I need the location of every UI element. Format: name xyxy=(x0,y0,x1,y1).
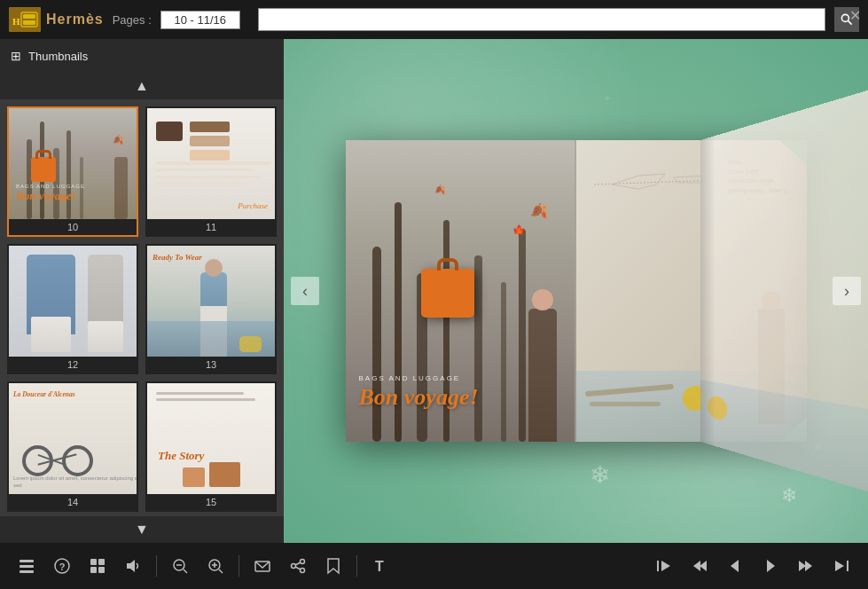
thumb-img-10: 🍂 BAGS AND LUGGAGE Bon voyage! xyxy=(9,108,137,219)
text-button[interactable]: T xyxy=(364,550,396,582)
thumb-num-15: 15 xyxy=(206,494,216,510)
svg-marker-34 xyxy=(661,561,670,571)
thumbnail-14[interactable]: La Douceur d'Alcenas Lorem ipsum dolor s… xyxy=(7,381,138,512)
svg-line-30 xyxy=(296,567,301,569)
sidebar: ⊞ Thumbnails ✕ ▲ xyxy=(0,39,284,543)
svg-point-27 xyxy=(292,564,296,569)
toolbar-left: ? T xyxy=(11,550,396,582)
thumbnail-13[interactable]: Ready To Wear 13 xyxy=(145,244,277,374)
zoom-in-button[interactable] xyxy=(199,550,231,582)
separator-3 xyxy=(356,555,357,577)
thumbnail-11[interactable]: Purchase 11 xyxy=(145,106,277,237)
svg-rect-9 xyxy=(20,565,34,568)
svg-rect-13 xyxy=(90,559,97,565)
next-page-arrow[interactable]: › xyxy=(833,277,861,305)
thumb-img-11: Purchase xyxy=(147,108,275,219)
page-title-left: Bon voyage! xyxy=(359,384,479,411)
svg-text:T: T xyxy=(375,559,384,574)
svg-rect-16 xyxy=(98,567,105,573)
svg-rect-10 xyxy=(20,570,34,573)
first-page-button[interactable] xyxy=(648,550,680,582)
thumbnails-grid: 🍂 BAGS AND LUGGAGE Bon voyage! 10 xyxy=(0,99,284,516)
thumb-num-10: 10 xyxy=(67,219,78,235)
layout-button[interactable] xyxy=(11,550,43,582)
thumb-num-11: 11 xyxy=(206,219,216,235)
main-area: ⊞ Thumbnails ✕ ▲ xyxy=(0,39,868,543)
thumbnail-10[interactable]: 🍂 BAGS AND LUGGAGE Bon voyage! 10 xyxy=(7,106,138,237)
pages-label: Pages : xyxy=(113,13,152,27)
brand-name: Hermès xyxy=(46,12,104,27)
svg-marker-38 xyxy=(767,560,775,572)
svg-marker-31 xyxy=(328,559,339,573)
thumb-img-15: The Story xyxy=(147,383,275,494)
svg-point-28 xyxy=(301,569,305,573)
svg-marker-37 xyxy=(731,560,739,572)
svg-marker-17 xyxy=(127,560,135,572)
svg-text:?: ? xyxy=(59,562,66,572)
svg-rect-4 xyxy=(23,20,35,25)
svg-rect-3 xyxy=(23,14,35,19)
hermes-logo-icon: H xyxy=(9,7,41,32)
viewer: ❄ ❄ ❄ ✦ xyxy=(284,39,868,543)
sidebar-header: ⊞ Thumbnails ✕ xyxy=(0,39,284,73)
svg-marker-35 xyxy=(693,561,700,571)
scroll-down-button[interactable]: ▼ xyxy=(0,516,284,543)
search-input[interactable] xyxy=(258,8,825,31)
svg-text:H: H xyxy=(12,16,20,27)
prev10-button[interactable] xyxy=(684,550,716,582)
book-spread: 🍂 🍁 🍂 BAGS AND LUGGAGE Bon voyage! xyxy=(346,140,807,442)
topbar: H Hermès Pages : xyxy=(0,0,868,39)
svg-line-24 xyxy=(219,569,223,573)
thumbnails-grid-icon: ⊞ xyxy=(11,49,21,63)
next-button[interactable] xyxy=(755,550,786,582)
pages-input[interactable] xyxy=(160,11,240,29)
email-button[interactable] xyxy=(246,550,278,582)
sound-button[interactable] xyxy=(117,550,149,582)
svg-marker-36 xyxy=(700,561,707,571)
thumb-img-12 xyxy=(9,246,137,357)
svg-rect-14 xyxy=(98,559,105,565)
svg-line-20 xyxy=(184,569,187,573)
separator-2 xyxy=(239,555,239,577)
help-button[interactable]: ? xyxy=(46,550,78,582)
thumbnail-12[interactable]: 12 xyxy=(7,244,138,374)
sidebar-title: Thumbnails xyxy=(28,50,88,63)
last-page-button[interactable] xyxy=(825,550,857,582)
svg-line-29 xyxy=(296,562,301,564)
thumb-num-14: 14 xyxy=(67,494,78,510)
thumb-img-14: La Douceur d'Alcenas Lorem ipsum dolor s… xyxy=(9,383,137,494)
svg-marker-40 xyxy=(805,561,812,571)
svg-point-26 xyxy=(301,560,305,564)
svg-rect-8 xyxy=(20,560,34,562)
thumb-img-13: Ready To Wear xyxy=(147,246,275,357)
svg-point-5 xyxy=(841,14,848,21)
share-button[interactable] xyxy=(282,550,314,582)
prev-page-arrow[interactable]: ‹ xyxy=(291,277,319,305)
svg-rect-15 xyxy=(90,567,97,573)
left-page: 🍂 🍁 🍂 BAGS AND LUGGAGE Bon voyage! xyxy=(346,140,576,442)
thumb-num-12: 12 xyxy=(67,357,78,373)
next10-button[interactable] xyxy=(790,550,822,582)
hermes-logo: H Hermès xyxy=(9,7,104,32)
thumbnail-15[interactable]: The Story 15 xyxy=(145,381,277,512)
svg-marker-42 xyxy=(835,561,844,571)
grid-button[interactable] xyxy=(82,550,113,582)
separator-1 xyxy=(156,555,157,577)
svg-marker-39 xyxy=(799,561,806,571)
zoom-out-button[interactable] xyxy=(164,550,196,582)
scroll-up-button[interactable]: ▲ xyxy=(0,73,284,99)
bottombar: ? T xyxy=(0,543,868,589)
toolbar-right xyxy=(648,550,857,582)
prev-button[interactable] xyxy=(719,550,751,582)
thumb-num-13: 13 xyxy=(206,357,216,373)
bookmark-button[interactable] xyxy=(317,550,349,582)
